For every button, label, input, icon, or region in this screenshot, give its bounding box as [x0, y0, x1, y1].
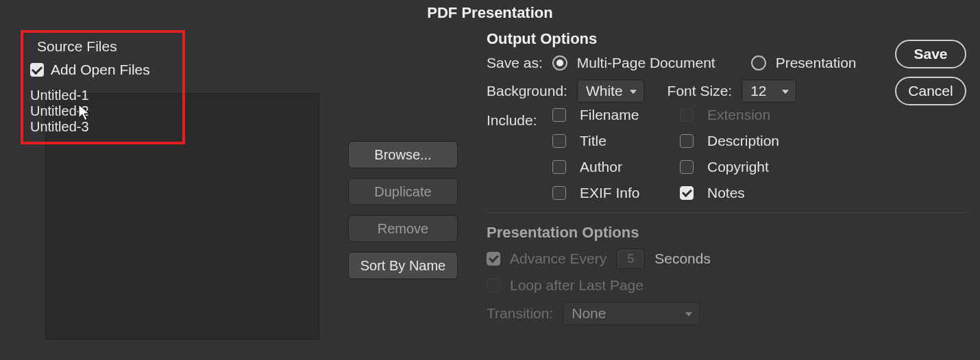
copyright-label: Copyright: [707, 159, 817, 175]
multi-page-radio[interactable]: [552, 55, 567, 70]
presentation-radio[interactable]: [751, 55, 766, 70]
title-label: Title: [580, 133, 676, 149]
cancel-button[interactable]: Cancel: [895, 77, 966, 105]
file-list-item[interactable]: Untitled-3: [30, 119, 175, 135]
loop-checkbox: [487, 279, 500, 292]
source-files-highlight: Source Files Add Open Files Untitled-1 U…: [21, 30, 185, 144]
author-label: Author: [580, 159, 676, 175]
add-open-files-label: Add Open Files: [51, 62, 150, 78]
title-checkbox[interactable]: [552, 134, 566, 148]
background-label: Background:: [487, 83, 567, 99]
file-list-item[interactable]: Untitled-1: [30, 88, 175, 103]
duplicate-button[interactable]: Duplicate: [348, 178, 458, 205]
seconds-label: Seconds: [654, 250, 711, 267]
multi-page-label: Multi-Page Document: [577, 55, 715, 71]
font-size-label: Font Size:: [667, 83, 733, 99]
notes-label: Notes: [707, 185, 817, 201]
transition-label: Transition:: [487, 305, 553, 322]
filename-label: Filename: [580, 107, 676, 123]
presentation-options-heading: Presentation Options: [487, 224, 966, 242]
exif-label: EXIF Info: [580, 185, 676, 201]
source-files-heading: Source Files: [37, 38, 175, 55]
advance-seconds-input: 5: [616, 248, 645, 269]
output-options-heading: Output Options: [487, 30, 966, 48]
description-label: Description: [707, 133, 817, 149]
sort-by-name-button[interactable]: Sort By Name: [348, 252, 458, 279]
extension-checkbox: [680, 108, 694, 122]
include-label: Include:: [487, 112, 537, 129]
font-size-select[interactable]: 12: [742, 79, 796, 103]
save-button[interactable]: Save: [895, 40, 966, 68]
add-open-files-checkbox[interactable]: [30, 63, 44, 77]
background-select[interactable]: White: [577, 79, 644, 103]
copyright-checkbox[interactable]: [680, 160, 694, 174]
advance-every-checkbox: [487, 252, 500, 266]
save-as-label: Save as:: [487, 55, 543, 71]
transition-select: None: [563, 302, 700, 325]
loop-label: Loop after Last Page: [510, 277, 644, 294]
file-list-item[interactable]: Untitled-2: [30, 103, 175, 119]
window-title: PDF Presentation: [0, 0, 980, 30]
notes-checkbox[interactable]: [680, 186, 694, 200]
browse-button[interactable]: Browse...: [348, 141, 458, 168]
author-checkbox[interactable]: [552, 160, 566, 174]
presentation-label: Presentation: [776, 55, 857, 71]
divider: [487, 212, 966, 213]
filename-checkbox[interactable]: [552, 108, 566, 122]
remove-button[interactable]: Remove: [348, 215, 458, 242]
extension-label: Extension: [707, 107, 817, 123]
advance-every-label: Advance Every: [510, 250, 607, 267]
description-checkbox[interactable]: [680, 134, 694, 148]
exif-checkbox[interactable]: [552, 186, 566, 200]
